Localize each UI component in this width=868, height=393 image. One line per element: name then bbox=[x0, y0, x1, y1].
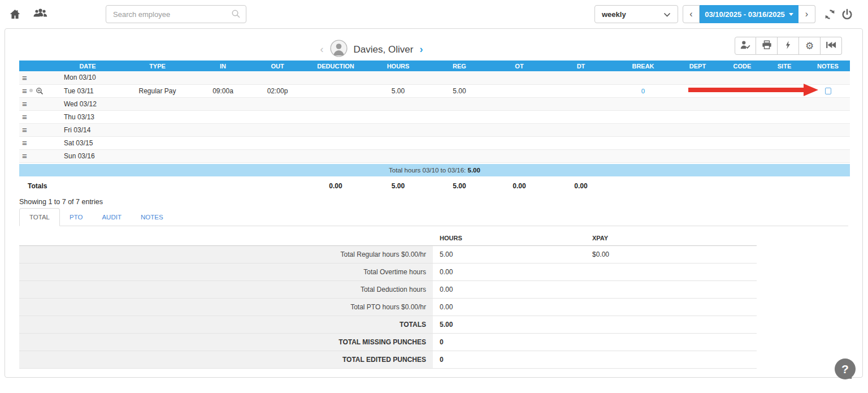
detail-tabs: TOTALPTOAUDITNOTES bbox=[19, 208, 848, 226]
print-icon bbox=[762, 40, 772, 52]
cell-dt bbox=[549, 97, 613, 110]
timecard-row: ≡Thu 03/13 bbox=[19, 110, 850, 123]
power-icon[interactable] bbox=[841, 8, 853, 23]
timecard-row: ≡Fri 03/14 bbox=[19, 123, 850, 136]
search-input[interactable] bbox=[106, 5, 246, 23]
cell-out: 02:00p bbox=[250, 84, 305, 97]
tab-pto[interactable]: PTO bbox=[60, 209, 92, 226]
column-header-type: TYPE bbox=[119, 61, 196, 71]
totals-dt: 0.00 bbox=[549, 176, 613, 195]
help-button[interactable]: ? bbox=[835, 359, 856, 379]
cell-in bbox=[196, 97, 250, 110]
cell-notes bbox=[806, 110, 850, 123]
row-menu-icon[interactable]: ≡ bbox=[22, 151, 27, 161]
quick-actions-button[interactable] bbox=[778, 37, 799, 55]
totals-label: Totals bbox=[19, 176, 305, 195]
cell-reg bbox=[429, 71, 489, 84]
cell-site bbox=[763, 71, 806, 84]
prev-employee-chevron-icon[interactable]: ‹ bbox=[320, 44, 324, 55]
cell-type: Regular Pay bbox=[119, 84, 196, 97]
print-button[interactable] bbox=[756, 37, 778, 55]
row-menu-icon[interactable]: ≡ bbox=[22, 73, 27, 83]
home-icon[interactable] bbox=[9, 8, 21, 22]
cell-break bbox=[613, 149, 674, 162]
rewind-to-start-button[interactable] bbox=[821, 37, 842, 55]
cell-hours bbox=[367, 71, 429, 84]
row-menu-icon[interactable]: ≡ bbox=[22, 86, 27, 96]
column-header-code: CODE bbox=[722, 61, 763, 71]
settings-button[interactable]: ⚙ bbox=[799, 37, 821, 55]
summary-row: Total Overtime hours0.00 bbox=[19, 263, 757, 280]
next-employee-chevron-icon[interactable]: › bbox=[419, 44, 423, 55]
cell-ot bbox=[489, 97, 549, 110]
summary-row-label: Total Regular hours $0.00/hr bbox=[19, 245, 433, 263]
red-arrow-head bbox=[804, 84, 818, 96]
cell-dt bbox=[549, 123, 613, 136]
summary-hours-header: HOURS bbox=[433, 231, 585, 245]
approve-employee-button[interactable] bbox=[735, 37, 756, 55]
cell-deduction bbox=[305, 84, 367, 97]
tab-total[interactable]: TOTAL bbox=[19, 208, 60, 226]
summary-body: Total Regular hours $0.00/hr5.00$0.00Tot… bbox=[19, 245, 757, 368]
cell-site bbox=[763, 123, 806, 136]
prev-period-button[interactable]: ‹ bbox=[683, 5, 700, 23]
cell-dept bbox=[674, 110, 722, 123]
totals-deduction: 0.00 bbox=[305, 176, 367, 195]
cell-deduction bbox=[305, 97, 367, 110]
gear-icon: ⚙ bbox=[805, 41, 814, 51]
users-icon[interactable] bbox=[33, 8, 48, 21]
summary-hours-value: 5.00 bbox=[433, 316, 585, 333]
cell-hours: 5.00 bbox=[367, 84, 429, 97]
period-select-value: weekly bbox=[602, 10, 663, 19]
cell-dt bbox=[549, 149, 613, 162]
totals-ot: 0.00 bbox=[489, 176, 549, 195]
cell-notes bbox=[806, 97, 850, 110]
cell-dt bbox=[549, 136, 613, 149]
zoom-row-icon[interactable] bbox=[34, 87, 44, 94]
cell-in bbox=[196, 71, 250, 84]
summary-xpay-value bbox=[585, 333, 757, 351]
cell-reg: 5.00 bbox=[429, 84, 489, 97]
period-select[interactable]: weekly bbox=[594, 5, 678, 23]
summary-xpay-value bbox=[585, 351, 757, 368]
cell-date: Wed 03/12 bbox=[56, 97, 119, 110]
cell-out bbox=[250, 136, 305, 149]
column-header-break: BREAK bbox=[613, 61, 674, 71]
cell-dt bbox=[549, 84, 613, 97]
column-header-out: OUT bbox=[250, 61, 305, 71]
approve-employee-icon bbox=[740, 40, 751, 52]
cell-code bbox=[722, 123, 763, 136]
summary-row: TOTALS5.00 bbox=[19, 316, 757, 333]
summary-row-label: TOTAL EDITED PUNCHES bbox=[19, 351, 433, 368]
refresh-icon[interactable] bbox=[824, 8, 836, 23]
cell-hours bbox=[367, 97, 429, 110]
cell-reg bbox=[429, 123, 489, 136]
date-range-button[interactable]: 03/10/2025 - 03/16/2025 bbox=[700, 5, 798, 23]
cell-ot bbox=[489, 84, 549, 97]
row-icons-cell: ≡ bbox=[19, 123, 56, 136]
summary-xpay-value: $0.00 bbox=[585, 245, 757, 263]
timecard-row: ≡Wed 03/12 bbox=[19, 97, 850, 110]
cell-site bbox=[763, 149, 806, 162]
cell-deduction bbox=[305, 110, 367, 123]
cell-hours bbox=[367, 149, 429, 162]
cell-code bbox=[722, 136, 763, 149]
summary-xpay-value bbox=[585, 316, 757, 333]
row-menu-icon[interactable]: ≡ bbox=[22, 125, 27, 135]
row-icons-cell: ≡ bbox=[19, 97, 56, 110]
row-menu-icon[interactable]: ≡ bbox=[22, 99, 27, 109]
cell-in: 09:00a bbox=[196, 84, 250, 97]
tab-notes[interactable]: NOTES bbox=[131, 209, 173, 226]
cell-reg bbox=[429, 136, 489, 149]
break-count-link[interactable]: 0 bbox=[641, 88, 645, 94]
tab-audit[interactable]: AUDIT bbox=[92, 209, 131, 226]
timecard-toolbar: ⚙ bbox=[735, 37, 842, 55]
summary-row-label: Total PTO hours $0.00/hr bbox=[19, 298, 433, 316]
cell-type bbox=[119, 71, 196, 84]
notes-checkbox-icon[interactable] bbox=[825, 88, 831, 94]
row-menu-icon[interactable]: ≡ bbox=[22, 138, 27, 148]
next-period-button[interactable]: › bbox=[798, 5, 815, 23]
row-menu-icon[interactable]: ≡ bbox=[22, 112, 27, 122]
summary-row-label: TOTAL MISSING PUNCHES bbox=[19, 333, 433, 351]
search-icon bbox=[231, 9, 241, 21]
